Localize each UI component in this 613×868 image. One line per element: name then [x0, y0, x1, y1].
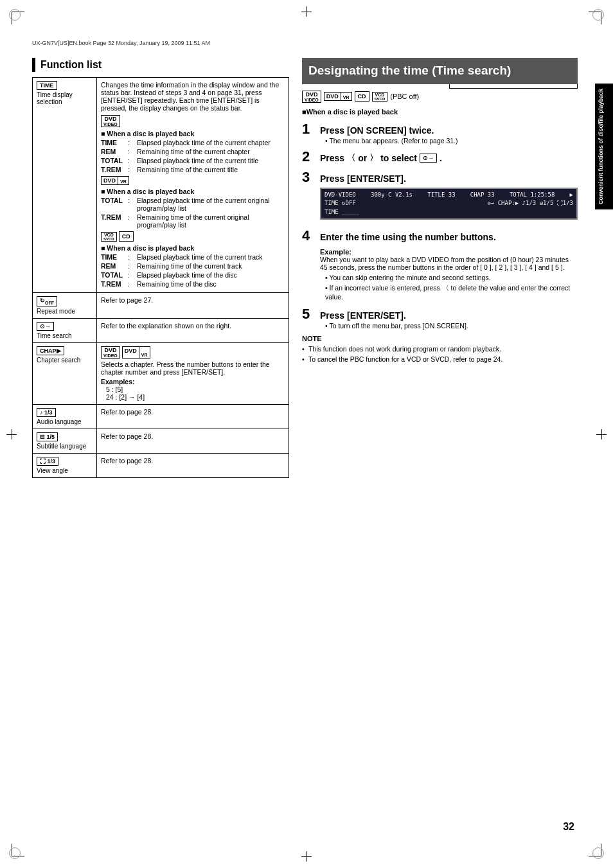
func-row-label-subtitle: Subtitle language — [37, 443, 86, 450]
screen-total: TOTAL 1:25:58 — [510, 191, 555, 200]
time-row-vcd-2: REM:Remaining time of the current track — [101, 262, 285, 270]
step-content-3: Press [ENTER/SET]. DVD-VIDEO 300y C V2.1… — [320, 173, 578, 224]
vcd-svcd-cd-badge-group: VCD SVCD CD — [101, 231, 285, 242]
func-row-label-time: Time displayselection — [37, 91, 73, 105]
step-num-1: 1 — [302, 121, 315, 137]
main-content: Function list TIME Time displayselection… — [32, 58, 578, 836]
note-item-1-text: This function does not work during progr… — [308, 345, 501, 353]
side-tab-text: Convenient functions of disc/file playba… — [598, 89, 604, 204]
dvd-video-badge: DVD VIDEO — [101, 115, 120, 127]
func-right-timesearch: Refer to the explanation shown on the ri… — [97, 319, 289, 342]
time-row-vr-1: TOTAL:Elapsed playback time of the curre… — [101, 197, 285, 212]
func-left-content-repeat: ↻OFF Repeat mode — [37, 296, 93, 315]
step2-right-arrow: 〉 — [369, 152, 378, 164]
time-row-1: TIME:Elapsed playback time of the curren… — [101, 139, 285, 146]
func-right-repeat: Refer to page 27. — [97, 293, 289, 318]
time-icon: TIME — [37, 81, 57, 90]
screen-title: TITLE 33 — [427, 191, 455, 200]
screen-play-icon: ▶ — [570, 191, 573, 200]
func-left-content-angle: ⛶ 1/3 View angle — [37, 457, 93, 474]
note-item-2-text: To cancel the PBC function for a VCD or … — [308, 355, 502, 363]
title-bar-accent — [32, 58, 35, 72]
func-row-label-audio: Audio language — [37, 418, 82, 425]
right-vcd-svcd-badge: VCD SVCD — [372, 92, 388, 102]
chap-example-2: 24 : [2] → [4] — [106, 393, 285, 401]
example-label: Example: — [320, 248, 578, 256]
chap-dvd-vr-badge: DVD VR — [122, 346, 150, 359]
audio-icon: ♪ 1/3 — [37, 408, 56, 417]
step2-to-select-text: to select — [380, 153, 417, 163]
step-sub-1: • The menu bar appears. (Refer to page 3… — [325, 137, 578, 145]
step-4: 4 Enter the time using the number button… — [302, 227, 578, 244]
screen-time-off: TIME ↻OFF — [324, 199, 356, 208]
cross-middle-right — [596, 429, 607, 439]
step-heading-2: Press 〈 or 〉 to select ⊙→. — [320, 152, 578, 164]
angle-icon: ⛶ 1/3 — [37, 457, 58, 466]
right-column: Designating the time (Time search) DVD V… — [302, 58, 578, 836]
dvd-vr-badge: DVD VR — [101, 176, 129, 185]
time-row-4: T.REM:Remaining time of the current titl… — [101, 166, 285, 173]
angle-content: Refer to page 28. — [101, 457, 153, 465]
screen-info: 300y C V2.1s — [371, 191, 413, 200]
right-section-title: Designating the time (Time search) — [302, 58, 578, 84]
cross-top-center — [301, 6, 312, 17]
step-heading-3: Press [ENTER/SET]. — [320, 173, 578, 184]
chap-example-1: 5 : [5] — [106, 385, 285, 393]
file-info-bar: UX-GN7V[US]EN.book Page 32 Monday, Janua… — [32, 40, 210, 46]
bullet-note-2: • If an incorrect value is entered, pres… — [325, 284, 578, 301]
time-row-vcd-4: T.REM:Remaining time of the disc — [101, 280, 285, 288]
time-desc-main: Changes the time information in the disp… — [101, 81, 285, 112]
when-played-dvd-video: ■ When a disc is played back — [101, 130, 285, 137]
when-played-vcd: ■ When a disc is played back — [101, 244, 285, 252]
timesearch-content: Refer to the explanation shown on the ri… — [101, 322, 231, 330]
func-left-repeat: ↻OFF Repeat mode — [33, 293, 97, 318]
step2-left-arrow: 〈 — [347, 152, 355, 164]
step2-or-text: or — [358, 153, 367, 163]
screen-chap: CHAP 33 — [470, 191, 495, 200]
func-row-angle: ⛶ 1/3 View angle Refer to page 28. — [33, 454, 289, 477]
screen-row-3: TIME _____ — [324, 208, 573, 217]
dvd-video-badge-group: DVD VIDEO — [101, 114, 285, 127]
chap-dvd-video-badge: DVD VIDEO — [101, 346, 120, 359]
step-num-2: 2 — [302, 148, 315, 165]
function-list-table: TIME Time displayselection Changes the t… — [32, 77, 289, 478]
disc-icons-row: DVD VIDEO DVD VR CD VCD SVCD (PBC off) — [302, 91, 578, 103]
dvd-vr-badge-group: DVD VR — [101, 176, 285, 185]
screen-row-1: DVD-VIDEO 300y C V2.1s TITLE 33 CHAP 33 … — [324, 191, 573, 200]
when-played-dvd-vr: ■ When a disc is played back — [101, 188, 285, 195]
step-2: 2 Press 〈 or 〉 to select ⊙→. — [302, 148, 578, 165]
func-left-chap: CHAP▶ Chapter search — [33, 343, 97, 404]
file-info-text: UX-GN7V[US]EN.book Page 32 Monday, Janua… — [32, 40, 210, 46]
func-row-time: TIME Time displayselection Changes the t… — [33, 78, 289, 293]
repeat-content: Refer to page 27. — [101, 296, 153, 304]
time-row-2: REM:Remaining time of the current chapte… — [101, 148, 285, 155]
vcd-svcd-badge: VCD SVCD — [101, 232, 117, 242]
note-section: NOTE This function does not work during … — [302, 335, 578, 363]
func-row-label-repeat: Repeat mode — [37, 308, 75, 315]
func-right-angle: Refer to page 28. — [97, 454, 289, 477]
circle-tr — [592, 9, 604, 21]
circle-br — [592, 847, 604, 859]
step2-icon: ⊙→ — [420, 154, 437, 163]
chap-disc-badges: DVD VIDEO DVD VR — [101, 346, 285, 359]
subtitle-icon: ⊟ 1/5 — [37, 432, 58, 441]
func-left-content-chap: CHAP▶ Chapter search — [37, 346, 93, 364]
step-heading-4: Enter the time using the number buttons. — [320, 232, 578, 242]
step2-press-container: Press 〈 or 〉 to select ⊙→. — [320, 152, 578, 164]
func-row-timesearch: ⊙→ Time search Refer to the explanation … — [33, 319, 289, 343]
right-dvd-vr-badge: DVD VR — [324, 92, 352, 101]
step-content-1: Press [ON SCREEN] twice. • The menu bar … — [320, 125, 578, 145]
audio-content: Refer to page 28. — [101, 408, 153, 416]
step-1: 1 Press [ON SCREEN] twice. • The menu ba… — [302, 121, 578, 145]
func-left-content-time: TIME Time displayselection — [37, 81, 93, 105]
circle-bl — [9, 847, 21, 859]
func-row-label-timesearch: Time search — [37, 332, 72, 339]
func-row-chap: CHAP▶ Chapter search DVD VIDEO DVD VR — [33, 343, 289, 405]
timesearch-icon: ⊙→ — [37, 322, 54, 331]
func-left-content-timesearch: ⊙→ Time search — [37, 322, 93, 339]
time-row-vcd-3: TOTAL:Elapsed playback time of the disc — [101, 271, 285, 279]
func-left-audio: ♪ 1/3 Audio language — [33, 405, 97, 429]
func-row-audio: ♪ 1/3 Audio language Refer to page 28. — [33, 405, 289, 429]
side-tab: Convenient functions of disc/file playba… — [595, 84, 613, 209]
step2-press-text: Press — [320, 153, 344, 163]
